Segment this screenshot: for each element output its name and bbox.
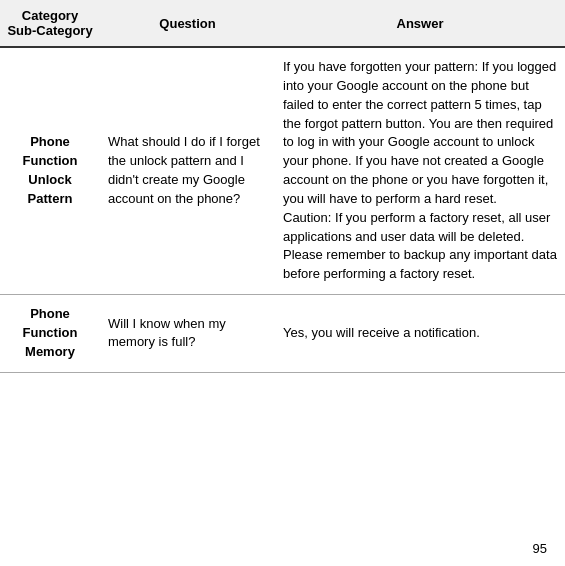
faq-table: Category Sub-Category Question Answer Ph… [0,0,565,373]
answer-memory: Yes, you will receive a notification. [275,295,565,373]
page-number: 95 [533,541,547,556]
header-answer: Answer [275,0,565,47]
category-unlock-pattern: PhoneFunction UnlockPattern [0,47,100,295]
header-question: Question [100,0,275,47]
question-memory: Will I know when my memory is full? [100,295,275,373]
table-row: PhoneFunction UnlockPattern What should … [0,47,565,295]
table-row: PhoneFunction Memory Will I know when my… [0,295,565,373]
category-memory: PhoneFunction Memory [0,295,100,373]
table-header-row: Category Sub-Category Question Answer [0,0,565,47]
answer-unlock-pattern: If you have forgotten your pattern: If y… [275,47,565,295]
header-category: Category Sub-Category [0,0,100,47]
question-unlock-pattern: What should I do if I forget the unlock … [100,47,275,295]
